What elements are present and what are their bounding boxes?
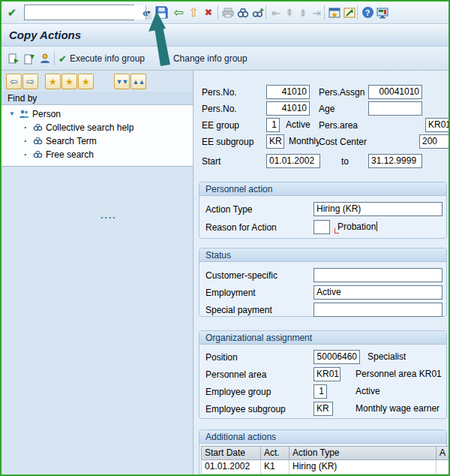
action-type-field[interactable]: Hiring (KR) [314,202,442,216]
ee-subgroup-label: EE subgroup [202,135,254,149]
expand-all-button[interactable]: ▼▼ [114,74,130,89]
pers-assgn-field[interactable]: 00041010 [368,85,422,99]
print-button[interactable] [220,4,236,21]
customize-layout-button[interactable] [375,4,390,21]
position-label: Position [206,351,238,364]
previous-page-button[interactable]: ⇞ [282,4,297,21]
expander-icon[interactable]: ▼ [9,110,18,117]
search-help-icon [32,149,44,159]
add-favorite-button[interactable]: ★ [62,74,77,89]
col-header-clipped[interactable]: A [436,446,448,460]
previous-page-icon: ⇞ [285,7,294,19]
edit-favorite-button[interactable]: ★ [78,74,94,89]
pers-no-field[interactable]: 41010 [266,85,310,99]
employee-subgroup-text: Monthly wage earner [356,402,440,416]
change-info-group-button[interactable]: ✎ Change info group [162,50,248,67]
create-shortcut-button[interactable] [342,4,357,21]
check-icon: ✔ [8,6,17,20]
exit-button[interactable]: ⇧ [186,4,201,21]
find-next-button[interactable] [250,4,266,21]
personnel-area-label: Personnel area [206,368,266,381]
bullet-icon: · [24,149,32,160]
reason-for-action-label: Reason for Action [206,221,277,234]
document-arrow-up-icon [23,53,36,65]
copy-infogroup-button[interactable] [6,51,21,66]
printer-icon [222,7,234,19]
col-header-act[interactable]: Act. [261,446,290,460]
cell-act[interactable]: K1 [261,460,290,474]
pers-area-field[interactable]: KR01 [425,118,448,132]
enter-button[interactable]: ✔ [4,4,20,21]
age-field[interactable] [368,101,422,116]
reason-text-cursor[interactable]: Probation [336,220,377,234]
help-button[interactable]: ? [360,4,375,21]
col-header-action-type[interactable]: Action Type [290,446,436,460]
collapse-toolbar-button[interactable]: « [138,4,153,21]
check-icon: ✔ [58,53,67,65]
toolbar-separator [54,52,55,65]
group-title: Organizational assignment [206,333,312,343]
next-page-button[interactable]: ⇟ [296,4,310,21]
monitor-icon [376,7,388,19]
find-by-header: Find by [2,92,193,105]
last-page-button[interactable]: ⇥ [309,4,324,21]
ee-group-label: EE group [202,119,239,132]
special-payment-field[interactable] [314,303,442,317]
reason-text: Probation [338,221,376,232]
ee-subgroup-text: Monthly wage ear [289,134,319,149]
find-button[interactable] [236,4,250,21]
org-assignment-group: Organizational assignment Position 50006… [199,330,447,419]
pers-no2-field[interactable]: 41010 [266,101,310,116]
save-disk-icon [155,6,168,19]
tree-item-collective-search-help[interactable]: · Collective search help [2,121,193,134]
end-date-field[interactable]: 31.12.9999 [368,154,422,168]
document-arrow-icon [8,53,20,65]
command-combo[interactable]: ▼ [24,5,134,20]
bullet-icon: · [24,136,32,146]
tree-item-free-search[interactable]: · Free search [2,148,193,161]
cell-start-date[interactable]: 01.01.2002 [201,460,261,474]
collapse-all-button[interactable]: ▲▲ [130,74,146,89]
cancel-button[interactable]: ✖ [201,4,216,21]
tree-node-person[interactable]: ▼ Person [2,107,193,120]
favorites-button[interactable]: ★ [45,74,61,89]
reason-for-action-field[interactable] [314,220,330,234]
position-field[interactable]: 50006460 [314,350,360,364]
col-header-start-date[interactable]: Start Date [201,446,261,460]
person-overview-button[interactable] [38,51,52,66]
toolbar-separator [324,5,325,20]
last-page-icon: ⇥ [312,7,321,19]
employee-group-field[interactable]: 1 [314,384,327,399]
command-input[interactable] [25,5,146,20]
ee-group-field[interactable]: 1 [266,118,280,132]
pers-no-label: Pers.No. [202,86,237,99]
cost-center-field[interactable]: 200 [419,134,448,149]
back-arrow-icon: ⇦ [173,5,183,20]
tree-node-label: Person [32,109,61,119]
nav-forward-button[interactable]: ⇨ [22,74,38,89]
cell-action-type[interactable]: Hiring (KR) [290,460,436,474]
ee-subgroup-field[interactable]: KR [266,134,284,149]
execute-info-group-button[interactable]: ✔ Execute info group [58,50,145,67]
nav-back-button[interactable]: ⇦ [6,74,22,89]
personnel-area-field[interactable]: KR01 [314,367,340,381]
back-button[interactable]: ⇦ [171,4,186,21]
double-chevron-left-icon: « [142,7,148,19]
additional-actions-group: Additional actions Start Date Act. Actio… [199,429,447,474]
save-button[interactable] [154,4,169,21]
tree-item-label: Search Term [46,136,97,146]
copy-record-button[interactable] [22,51,37,66]
start-date-field[interactable]: 01.01.2002 [266,154,320,168]
tree-item-search-term[interactable]: · Search Term [2,134,193,147]
first-page-button[interactable]: ⇤ [268,4,284,21]
pers-no2-label: Pers.No. [202,102,237,116]
customer-specific-field[interactable] [314,268,442,282]
double-chevron-up-icon: ▲▲ [133,78,145,86]
title-bar: Copy Actions [2,24,448,47]
new-session-button[interactable] [327,4,342,21]
employment-field[interactable]: Active [314,285,442,300]
employee-subgroup-field[interactable]: KR [314,402,333,416]
left-arrow-icon: ⇦ [10,76,18,87]
panel-splitter-handle[interactable]: ···· [100,212,116,223]
cell-clipped[interactable] [436,460,448,474]
